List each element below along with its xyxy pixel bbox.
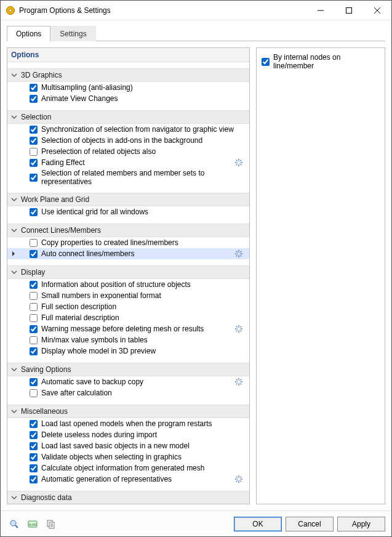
option-row[interactable]: Display whole model in 3D preview (7, 345, 249, 357)
gear-icon[interactable] (234, 249, 243, 258)
group-header-wrk[interactable]: Work Plane and Grid (7, 193, 249, 206)
gear-icon[interactable] (234, 325, 243, 333)
option-checkbox[interactable] (30, 303, 38, 311)
group-header-con[interactable]: Connect Lines/Members (7, 224, 249, 237)
option-label: Full material description (41, 313, 247, 322)
option-checkbox[interactable] (30, 126, 38, 134)
option-row[interactable]: Min/max value symbols in tables (7, 334, 249, 345)
option-checkbox[interactable] (30, 431, 38, 439)
svg-rect-3 (346, 7, 352, 13)
option-checkbox[interactable] (30, 325, 38, 333)
option-label: Use identical grid for all windows (41, 208, 247, 216)
option-row[interactable]: Animate View Changes (7, 93, 249, 104)
maximize-button[interactable] (335, 1, 363, 20)
option-checkbox[interactable] (30, 174, 38, 182)
option-row[interactable]: Load last saved basic objects in a new m… (7, 440, 249, 451)
option-label: Small numbers in exponential format (41, 291, 247, 300)
minimize-button[interactable] (306, 1, 335, 20)
chevron-down-icon (11, 196, 20, 203)
apply-button[interactable]: Apply (337, 517, 385, 531)
option-label: Copy properties to created lines/members (41, 238, 247, 247)
option-label: Fading Effect (41, 158, 234, 167)
group-label: 3D Graphics (21, 71, 62, 79)
gear-icon[interactable] (234, 378, 243, 386)
option-checkbox[interactable] (30, 281, 38, 289)
footer: 0,00 OK Cancel Apply (1, 511, 391, 536)
gear-icon[interactable] (234, 158, 243, 167)
option-row[interactable]: Fading Effect (7, 157, 249, 168)
svg-line-13 (15, 525, 18, 528)
option-checkbox[interactable] (30, 378, 38, 386)
option-label: Calculate object information from genera… (41, 464, 247, 472)
option-checkbox[interactable] (30, 442, 38, 450)
tab-options[interactable]: Options (7, 26, 50, 41)
tab-settings[interactable]: Settings (50, 26, 95, 41)
cancel-button[interactable]: Cancel (286, 517, 334, 531)
option-label: Display whole model in 3D preview (41, 347, 247, 355)
option-row[interactable]: Load last opened models when the program… (7, 418, 249, 429)
option-checkbox[interactable] (30, 208, 38, 216)
option-row[interactable]: Selection of objects in add-ons in the b… (7, 135, 249, 146)
option-checkbox[interactable] (30, 420, 38, 428)
option-row[interactable]: Warning message before deleting mesh or … (7, 323, 249, 334)
gear-icon[interactable] (234, 475, 243, 483)
option-row[interactable]: Save after calculation (7, 387, 249, 398)
group-header-msc[interactable]: Miscellaneous (7, 405, 249, 418)
option-row[interactable]: Selection of related members and member … (7, 168, 249, 187)
option-checkbox[interactable] (30, 159, 38, 167)
option-checkbox[interactable] (30, 239, 38, 247)
option-label: Information about position of structure … (41, 280, 247, 289)
option-row[interactable]: Automatic save to backup copy (7, 376, 249, 387)
option-row[interactable]: Automatic generation of representatives (7, 474, 249, 485)
option-checkbox[interactable] (30, 314, 38, 322)
detail-option-row[interactable]: By internal nodes on line/member (262, 52, 380, 71)
option-row[interactable]: Calculate object information from genera… (7, 462, 249, 474)
option-checkbox[interactable] (30, 475, 38, 483)
group-header-sel[interactable]: Selection (7, 110, 249, 124)
option-label: Validate objects when selecting in graph… (41, 453, 247, 461)
option-row[interactable]: Synchronization of selection from naviga… (7, 124, 249, 135)
svg-text:0,00: 0,00 (29, 522, 37, 527)
option-row[interactable]: Delete useless nodes during import (7, 429, 249, 440)
group-header-dia[interactable]: Diagnostic data (7, 491, 249, 504)
search-tool-icon[interactable] (7, 517, 22, 531)
options-tree[interactable]: Options 3D GraphicsMultisampling (anti-a… (7, 47, 250, 504)
option-row[interactable]: Validate objects when selecting in graph… (7, 451, 249, 462)
option-checkbox[interactable] (30, 292, 38, 300)
option-checkbox[interactable] (30, 148, 38, 156)
close-button[interactable] (363, 1, 391, 20)
group-header-sav[interactable]: Saving Options (7, 363, 249, 376)
option-checkbox[interactable] (30, 389, 38, 397)
option-row[interactable]: Full material description (7, 312, 249, 323)
option-row[interactable]: Use identical grid for all windows (7, 206, 249, 217)
ok-button[interactable]: OK (234, 517, 282, 531)
option-checkbox[interactable] (30, 95, 38, 103)
option-row[interactable]: Full section description (7, 301, 249, 312)
group-header-g3d[interactable]: 3D Graphics (7, 68, 249, 82)
group-header-dsp[interactable]: Display (7, 265, 249, 279)
option-row[interactable]: Auto connect lines/members (7, 248, 249, 259)
chevron-down-icon (11, 114, 20, 120)
option-checkbox[interactable] (30, 464, 38, 472)
units-tool-icon[interactable]: 0,00 (25, 517, 40, 531)
option-row[interactable]: Preselection of related objects also (7, 146, 249, 157)
option-checkbox[interactable] (30, 453, 38, 461)
option-checkbox[interactable] (30, 347, 38, 355)
chevron-down-icon (11, 269, 20, 275)
copy-tool-icon[interactable] (44, 517, 58, 531)
option-label: Delete useless nodes during import (41, 430, 247, 439)
option-label: Auto connect lines/members (41, 249, 234, 258)
detail-option-checkbox[interactable] (262, 58, 270, 66)
option-checkbox[interactable] (30, 84, 38, 92)
option-label: Synchronization of selection from naviga… (41, 125, 247, 134)
option-checkbox[interactable] (30, 250, 38, 258)
option-checkbox[interactable] (30, 137, 38, 145)
option-row[interactable]: Copy properties to created lines/members (7, 237, 249, 248)
option-row[interactable]: Information about position of structure … (7, 279, 249, 290)
option-row[interactable]: Multisampling (anti-aliasing) (7, 82, 249, 93)
option-row[interactable]: Small numbers in exponential format (7, 290, 249, 301)
tab-strip: Options Settings (1, 20, 391, 41)
group-label: Diagnostic data (21, 493, 72, 502)
option-checkbox[interactable] (30, 336, 38, 344)
svg-point-9 (237, 380, 241, 384)
